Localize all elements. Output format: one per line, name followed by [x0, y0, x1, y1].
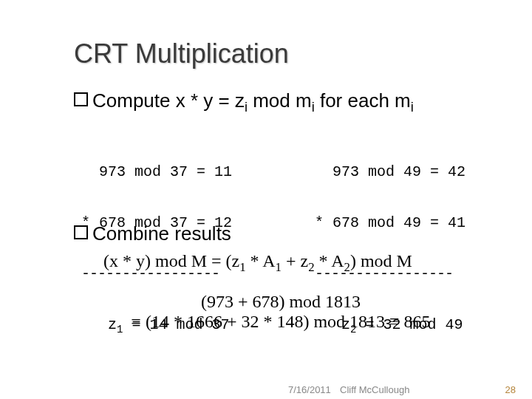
formula-mid3: * A	[315, 251, 344, 270]
right-line1: 973 mod 49 = 42	[315, 163, 466, 180]
formula-pre: (x * y) mod M = (z	[103, 251, 239, 270]
slide-title: CRT Multiplication	[74, 38, 289, 69]
calc-block: (973 + 678) mod 1813 = (14 * 1666 + 32 *…	[81, 292, 480, 332]
formula-mid1: * A	[246, 251, 276, 270]
footer-date: 7/16/2011	[288, 384, 331, 395]
right-line2: * 678 mod 49 = 41	[315, 214, 466, 231]
bullet-compute: Compute x * y = zi mod mi for each mi	[74, 90, 414, 112]
formula-a2-sub: 2	[344, 260, 350, 274]
formula-s1: 1	[239, 260, 245, 274]
formula-mid2: + z	[282, 251, 308, 270]
calc-line1: (973 + 678) mod 1813	[81, 292, 480, 312]
left-line1: 973 mod 37 = 11	[81, 163, 232, 180]
formula-a1-sub: 1	[276, 260, 282, 274]
formula-line: (x * y) mod M = (z1 * A1 + z2 * A2) mod …	[103, 251, 412, 271]
sub-i-3: i	[411, 100, 414, 115]
bullet1-text-pre: Compute x * y = z	[92, 89, 245, 112]
formula-s2: 2	[308, 260, 314, 274]
bullet1-text-mid2: for each m	[315, 89, 411, 112]
bullet-box-icon	[74, 92, 88, 106]
slide: CRT Multiplication Compute x * y = zi mo…	[0, 0, 532, 399]
bullet-combine: Combine results	[74, 223, 231, 245]
bullet1-text-mid: mod m	[248, 89, 312, 112]
footer-author: Cliff McCullough	[340, 384, 409, 395]
footer-page-number: 28	[505, 384, 516, 395]
calc-line2: = (14 * 1666 + 32 * 148) mod 1813 ≡ 865	[81, 312, 480, 332]
bullet-box-icon-2	[74, 225, 88, 239]
bullet2-text: Combine results	[92, 222, 231, 245]
formula-end: ) mod M	[350, 251, 412, 270]
